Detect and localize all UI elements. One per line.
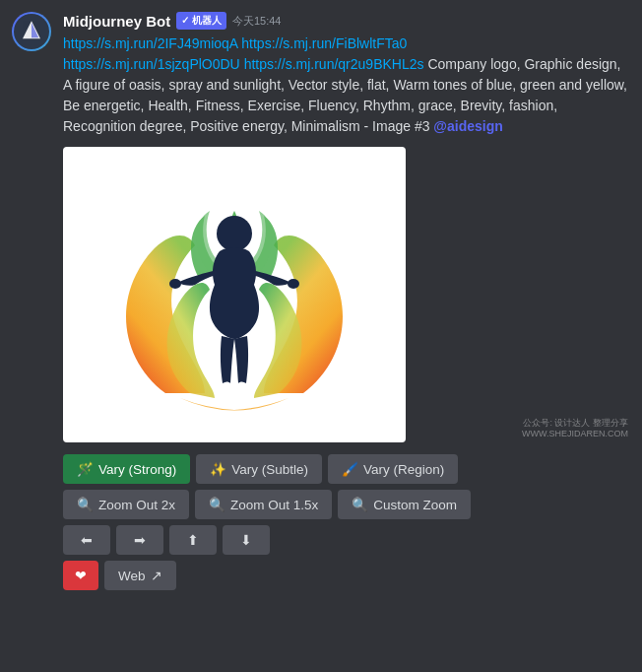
external-link-icon: ↗ — [151, 568, 162, 583]
zoom-out-2x-icon: 🔍 — [77, 497, 94, 512]
custom-zoom-icon: 🔍 — [352, 497, 368, 512]
heart-icon: ❤ — [75, 568, 87, 583]
heart-button[interactable]: ❤ — [63, 561, 98, 590]
vary-strong-label: Vary (Strong) — [98, 462, 176, 477]
arrow-left-button[interactable]: ⬅ — [63, 525, 110, 555]
zoom-out-2x-label: Zoom Out 2x — [98, 498, 175, 512]
arrow-down-icon: ⬇ — [240, 532, 252, 548]
message-text: https://s.mj.run/2IFJ49mioqA https://s.m… — [63, 34, 630, 137]
button-row-3: ⬅ ➡ ⬆ ⬇ — [63, 525, 630, 555]
message-timestamp: 今天15:44 — [232, 14, 282, 29]
custom-zoom-button[interactable]: 🔍 Custom Zoom — [338, 490, 471, 519]
arrow-right-button[interactable]: ➡ — [116, 525, 163, 555]
button-row-2: 🔍 Zoom Out 2x 🔍 Zoom Out 1.5x 🔍 Custom Z… — [63, 490, 630, 519]
arrow-right-icon: ➡ — [134, 532, 146, 548]
link-3[interactable]: https://s.mj.run/1sjzqPlO0DU — [63, 56, 240, 72]
custom-zoom-label: Custom Zoom — [373, 498, 457, 512]
link-2[interactable]: https://s.mj.run/FiBlwltFTa0 — [241, 35, 407, 51]
watermark-line2: WWW.SHEJIDAREN.COM — [522, 429, 628, 440]
web-button[interactable]: Web ↗ — [104, 561, 176, 590]
button-row-1: 🪄 Vary (Strong) ✨ Vary (Subtle) 🖌️ Vary … — [63, 454, 630, 484]
zoom-out-1-5x-icon: 🔍 — [209, 497, 225, 512]
arrow-up-button[interactable]: ⬆ — [169, 525, 217, 555]
message-container: Midjourney Bot ✓ 机器人 今天15:44 https://s.m… — [12, 12, 630, 590]
message-header: Midjourney Bot ✓ 机器人 今天15:44 — [63, 12, 630, 30]
buttons-section: 🪄 Vary (Strong) ✨ Vary (Subtle) 🖌️ Vary … — [63, 454, 630, 590]
bot-badge: ✓ 机器人 — [176, 12, 226, 30]
svg-point-5 — [288, 279, 299, 289]
zoom-out-1-5x-button[interactable]: 🔍 Zoom Out 1.5x — [195, 490, 332, 519]
vary-subtle-label: Vary (Subtle) — [231, 462, 308, 477]
svg-point-4 — [169, 279, 181, 289]
image-wrapper: 公众号: 设计达人 整理分享 WWW.SHEJIDAREN.COM — [63, 141, 630, 442]
vary-strong-button[interactable]: 🪄 Vary (Strong) — [63, 454, 190, 484]
zoom-out-2x-button[interactable]: 🔍 Zoom Out 2x — [63, 490, 189, 519]
svg-point-3 — [217, 216, 252, 251]
bot-avatar — [12, 12, 51, 51]
button-row-4: ❤ Web ↗ — [63, 561, 630, 590]
mention-tag[interactable]: @aidesign — [433, 118, 502, 134]
link-1[interactable]: https://s.mj.run/2IFJ49mioqA — [63, 35, 237, 51]
message-body: Midjourney Bot ✓ 机器人 今天15:44 https://s.m… — [63, 12, 630, 590]
arrow-up-icon: ⬆ — [187, 532, 199, 548]
watermark-line1: 公众号: 设计达人 整理分享 — [522, 418, 628, 430]
vary-region-label: Vary (Region) — [363, 462, 444, 477]
arrow-down-button[interactable]: ⬇ — [223, 525, 270, 555]
watermark-text: 公众号: 设计达人 整理分享 WWW.SHEJIDAREN.COM — [522, 418, 628, 440]
vary-subtle-button[interactable]: ✨ Vary (Subtle) — [196, 454, 322, 484]
link-4[interactable]: https://s.mj.run/qr2u9BKHL2s — [244, 56, 424, 72]
vary-region-button[interactable]: 🖌️ Vary (Region) — [328, 454, 458, 484]
arrow-left-icon: ⬅ — [81, 532, 93, 548]
zoom-out-1-5x-label: Zoom Out 1.5x — [230, 498, 318, 512]
web-label: Web — [118, 569, 146, 583]
bot-name: Midjourney Bot — [63, 13, 170, 30]
vary-strong-emoji: 🪄 — [77, 461, 94, 477]
generated-image — [63, 147, 406, 442]
vary-subtle-emoji: ✨ — [210, 461, 226, 477]
vary-region-emoji: 🖌️ — [342, 461, 358, 477]
